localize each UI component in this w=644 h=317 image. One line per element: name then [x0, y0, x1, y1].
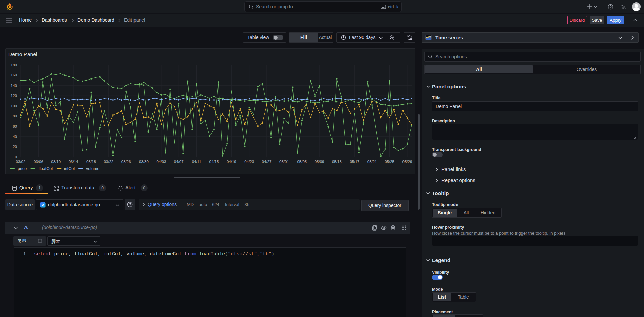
svg-text:05/21: 05/21	[367, 160, 377, 164]
svg-text:volume: volume	[86, 166, 99, 171]
svg-text:04/03: 04/03	[157, 160, 166, 164]
svg-text:05/01: 05/01	[279, 160, 289, 164]
svg-text:03/06: 03/06	[34, 160, 43, 164]
svg-text:80: 80	[13, 114, 17, 118]
svg-text:04/27: 04/27	[262, 160, 272, 164]
svg-text:140: 140	[11, 84, 17, 88]
svg-text:05/29: 05/29	[402, 160, 412, 164]
svg-text:05/05: 05/05	[297, 160, 307, 164]
svg-text:180: 180	[11, 63, 17, 67]
svg-text:05/09: 05/09	[315, 160, 324, 164]
svg-text:04/23: 04/23	[244, 160, 254, 164]
svg-text:03/14: 03/14	[69, 160, 78, 164]
svg-text:04/11: 04/11	[192, 160, 201, 164]
svg-text:03/30: 03/30	[139, 160, 149, 164]
svg-text:03/10: 03/10	[51, 160, 61, 164]
svg-text:price: price	[18, 166, 27, 171]
svg-text:20: 20	[13, 145, 17, 149]
svg-text:160: 160	[11, 73, 17, 77]
svg-text:100: 100	[11, 104, 17, 108]
svg-text:04/19: 04/19	[227, 160, 236, 164]
svg-text:05/17: 05/17	[350, 160, 359, 164]
svg-text:03/02: 03/02	[16, 160, 26, 164]
svg-text:03/26: 03/26	[121, 160, 131, 164]
svg-text:03/22: 03/22	[104, 160, 113, 164]
svg-text:04/07: 04/07	[174, 160, 184, 164]
svg-text:40: 40	[13, 135, 17, 139]
svg-text:05/13: 05/13	[332, 160, 342, 164]
svg-text:05/25: 05/25	[385, 160, 394, 164]
svg-text:120: 120	[11, 94, 17, 98]
svg-text:intCol: intCol	[64, 166, 75, 171]
svg-text:03/18: 03/18	[86, 160, 96, 164]
svg-text:04/15: 04/15	[209, 160, 219, 164]
svg-text:0: 0	[15, 155, 17, 159]
svg-text:60: 60	[13, 124, 17, 128]
svg-text:floatCol: floatCol	[39, 166, 53, 171]
